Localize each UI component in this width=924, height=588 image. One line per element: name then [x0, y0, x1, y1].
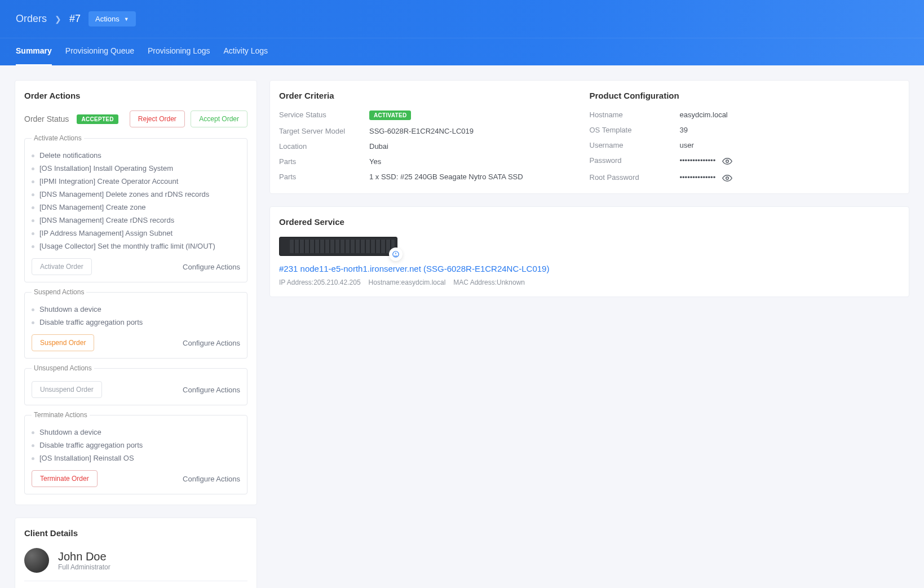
ordered-service-card: Ordered Service #231 node11-e5-north1.ir…: [269, 206, 909, 297]
breadcrumb-root[interactable]: Orders: [16, 13, 47, 25]
location-value: Dubai: [369, 142, 582, 151]
parts-detail-label: Parts: [279, 173, 364, 181]
os-template-label: OS Template: [590, 126, 674, 134]
suspend-order-button[interactable]: Suspend Order: [32, 334, 94, 351]
list-item: Disable traffic aggregation ports: [32, 439, 240, 452]
order-actions-card: Order Actions Order Status ACCEPTED Reje…: [15, 80, 257, 505]
tab-activity-logs[interactable]: Activity Logs: [224, 38, 268, 65]
os-template-value: 39: [680, 126, 892, 134]
service-mac: MAC Address:Unknown: [453, 278, 525, 286]
ordered-service-link[interactable]: #231 node11-e5-north1.ironserver.net (SS…: [279, 264, 549, 273]
order-criteria-card: Order Criteria Service Status ACTIVATED …: [269, 80, 909, 194]
list-item: Disable traffic aggregation ports: [32, 316, 240, 329]
configure-terminate-actions-link[interactable]: Configure Actions: [183, 475, 240, 483]
order-actions-title: Order Actions: [24, 91, 247, 100]
terminate-actions-group: Terminate Actions Shutdown a device Disa…: [24, 411, 247, 494]
hostname-label: Hostname: [590, 110, 674, 119]
activate-actions-group: Activate Actions Delete notifications [O…: [24, 134, 247, 282]
parts-detail-value: 1 x SSD: #25 240GB Seagate Nytro SATA SS…: [369, 173, 582, 181]
chevron-down-icon: ▼: [124, 16, 129, 22]
activate-order-button[interactable]: Activate Order: [32, 258, 92, 275]
avatar: [24, 548, 49, 573]
order-status-label: Order Status: [24, 114, 69, 123]
eye-icon[interactable]: [722, 173, 732, 183]
activate-actions-legend: Activate Actions: [32, 134, 84, 142]
list-item: [OS Installation] Reinstall OS: [32, 452, 240, 465]
password-value: ••••••••••••••: [680, 156, 716, 165]
hostname-value: easydcim.local: [680, 110, 892, 119]
actions-dropdown-button[interactable]: Actions ▼: [89, 11, 136, 26]
client-name[interactable]: John Doe: [58, 550, 110, 563]
unsuspend-actions-legend: Unsuspend Actions: [32, 364, 94, 372]
product-config-title: Product Configuration: [590, 91, 892, 100]
unsuspend-order-button[interactable]: Unsuspend Order: [32, 381, 102, 398]
unsuspend-actions-group: Unsuspend Actions Unsuspend Order Config…: [24, 364, 247, 405]
list-item: [DNS Management] Create rDNS records: [32, 214, 240, 227]
list-item: [Usage Collector] Set the monthly traffi…: [32, 240, 240, 253]
client-information-legend: Client Information: [24, 581, 247, 588]
order-status-badge: ACCEPTED: [77, 114, 118, 124]
tab-provisioning-queue[interactable]: Provisioning Queue: [65, 38, 134, 65]
configure-activate-actions-link[interactable]: Configure Actions: [183, 263, 240, 271]
svg-point-1: [726, 177, 729, 180]
service-status-label: Service Status: [279, 110, 364, 120]
page-header: Orders ❯ #7 Actions ▼ Summary Provisioni…: [0, 0, 924, 65]
parts-value: Yes: [369, 157, 582, 166]
target-model-label: Target Server Model: [279, 127, 364, 135]
ordered-service-title: Ordered Service: [279, 217, 900, 227]
breadcrumb-current: #7: [69, 13, 81, 25]
terminate-actions-legend: Terminate Actions: [32, 411, 90, 419]
list-item: [DNS Management] Create zone: [32, 201, 240, 214]
svg-point-0: [726, 160, 729, 163]
header-tabs: Summary Provisioning Queue Provisioning …: [0, 38, 924, 65]
client-role: Full Administrator: [58, 563, 110, 571]
accept-order-button[interactable]: Accept Order: [191, 110, 247, 127]
location-label: Location: [279, 142, 364, 151]
suspend-actions-legend: Suspend Actions: [32, 288, 86, 296]
root-password-label: Root Password: [590, 173, 674, 183]
parts-label: Parts: [279, 157, 364, 166]
chevron-right-icon: ❯: [55, 15, 61, 24]
reject-order-button[interactable]: Reject Order: [130, 110, 185, 127]
service-hostname: Hostname:easydcim.local: [369, 278, 446, 286]
list-item: Delete notifications: [32, 149, 240, 162]
tab-provisioning-logs[interactable]: Provisioning Logs: [148, 38, 210, 65]
list-item: Shutdown a device: [32, 303, 240, 316]
service-status-badge: ACTIVATED: [369, 110, 411, 120]
server-image: [279, 237, 397, 256]
order-criteria-title: Order Criteria: [279, 91, 582, 100]
list-item: [IPMI Integration] Create Operator Accou…: [32, 175, 240, 188]
configure-unsuspend-actions-link[interactable]: Configure Actions: [183, 386, 240, 394]
target-model-value: SSG-6028R-E1CR24NC-LC019: [369, 127, 582, 135]
list-item: [IP Address Management] Assign Subnet: [32, 227, 240, 240]
root-password-value: ••••••••••••••: [680, 173, 716, 182]
actions-dropdown-label: Actions: [95, 15, 120, 23]
password-label: Password: [590, 156, 674, 166]
suspend-actions-group: Suspend Actions Shutdown a device Disabl…: [24, 288, 247, 359]
terminate-order-button[interactable]: Terminate Order: [32, 470, 98, 487]
list-item: [DNS Management] Delete zones and rDNS r…: [32, 188, 240, 201]
tab-summary[interactable]: Summary: [16, 38, 52, 65]
client-details-title: Client Details: [24, 528, 247, 538]
username-value: user: [680, 141, 892, 149]
service-ip: IP Address:205.210.42.205: [279, 278, 361, 286]
list-item: [OS Installation] Install Operating Syst…: [32, 162, 240, 175]
client-details-card: Client Details John Doe Full Administrat…: [15, 518, 257, 588]
username-label: Username: [590, 141, 674, 149]
configure-suspend-actions-link[interactable]: Configure Actions: [183, 339, 240, 347]
power-icon: [389, 247, 403, 261]
list-item: Shutdown a device: [32, 426, 240, 439]
breadcrumb: Orders ❯ #7: [16, 13, 81, 25]
eye-icon[interactable]: [722, 156, 732, 166]
